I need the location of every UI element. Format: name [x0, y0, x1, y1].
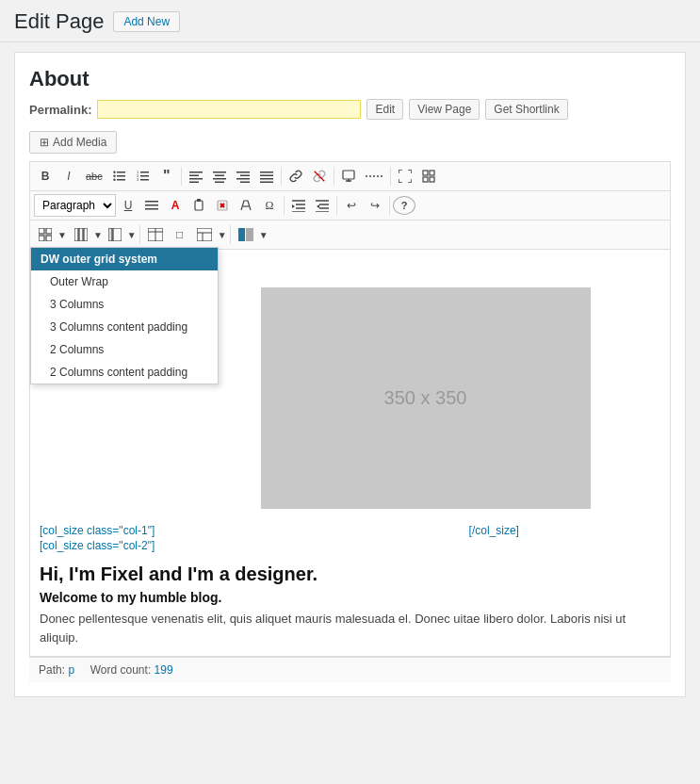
- text-color-button[interactable]: A: [164, 194, 187, 217]
- bold-button[interactable]: B: [34, 165, 57, 188]
- svg-rect-17: [215, 175, 224, 177]
- permalink-edit-button[interactable]: Edit: [366, 99, 403, 120]
- svg-rect-16: [213, 172, 226, 173]
- charmap-button[interactable]: Ω: [258, 194, 281, 217]
- fullscreen-button[interactable]: [394, 165, 416, 188]
- redo-button[interactable]: ↪: [364, 194, 386, 217]
- svg-rect-55: [46, 228, 52, 234]
- align-justify-button[interactable]: [255, 165, 278, 188]
- permalink-label: Permalink:: [29, 103, 91, 117]
- insert-button[interactable]: [337, 165, 360, 188]
- svg-rect-69: [238, 228, 245, 241]
- add-media-button[interactable]: ⊞ Add Media: [29, 131, 117, 154]
- permalink-url[interactable]: [97, 100, 361, 119]
- col-size-tag-1: [col_size class="col-1"] [/col_size]: [40, 524, 660, 537]
- svg-rect-70: [246, 228, 253, 241]
- color-table-button[interactable]: [234, 223, 258, 246]
- blockquote-button[interactable]: ": [155, 165, 178, 188]
- editor-body-text: Donec pellentesque venenatis elit, quis …: [40, 610, 660, 646]
- separator-8: [139, 225, 140, 244]
- color-table-arrow: ▼: [259, 230, 269, 240]
- svg-rect-61: [108, 228, 112, 241]
- paste-plain-button[interactable]: [235, 194, 257, 217]
- indent-button[interactable]: [287, 194, 310, 217]
- path-value[interactable]: p: [68, 663, 74, 677]
- align-left-button[interactable]: [185, 165, 207, 188]
- outdent-button[interactable]: [311, 194, 334, 217]
- add-new-button[interactable]: Add New: [113, 11, 180, 32]
- permalink-view-button[interactable]: View Page: [409, 99, 480, 120]
- format-select[interactable]: Paragraph Heading 1 Heading 2 Heading 3: [34, 194, 116, 217]
- dropdown-item-2col-padding[interactable]: 2 Columns content padding: [31, 361, 218, 384]
- svg-point-5: [113, 179, 115, 181]
- separator-6: [336, 196, 337, 215]
- dropdown-item-outer-wrap[interactable]: Outer Wrap: [31, 270, 218, 293]
- col-arrow: ▼: [93, 230, 103, 240]
- justify-button[interactable]: [140, 194, 163, 217]
- undo-button[interactable]: ↩: [340, 194, 363, 217]
- toolbar-row-3: ▼ DW outer grid system Outer Wrap 3 Colu…: [30, 220, 670, 249]
- showhide-button[interactable]: [417, 165, 440, 188]
- word-count-label: Word count:: [90, 663, 151, 677]
- strikethrough-button[interactable]: abc: [81, 165, 107, 188]
- more-tag-button[interactable]: [361, 165, 387, 188]
- separator-9: [230, 225, 231, 244]
- svg-rect-21: [240, 175, 250, 177]
- unordered-list-button[interactable]: [108, 165, 131, 188]
- more-col-button[interactable]: [104, 223, 126, 246]
- italic-button[interactable]: I: [57, 165, 80, 188]
- remove-format-button[interactable]: [211, 194, 234, 217]
- svg-rect-27: [260, 182, 273, 184]
- dropdown-item-2col[interactable]: 2 Columns: [31, 338, 218, 361]
- unlink-button[interactable]: [308, 165, 331, 188]
- table-options-button[interactable]: □: [169, 223, 191, 246]
- dropdown-header: DW outer grid system: [31, 248, 218, 270]
- svg-rect-25: [260, 175, 273, 177]
- table-arrow: ▼: [218, 230, 227, 240]
- svg-rect-58: [74, 228, 78, 241]
- svg-rect-13: [189, 175, 199, 177]
- svg-rect-14: [189, 178, 203, 180]
- svg-rect-62: [113, 228, 122, 241]
- toolbar-row-1: B I abc 123 ": [30, 162, 670, 191]
- svg-rect-33: [423, 171, 428, 175]
- dropdown-item-3col-padding[interactable]: 3 Columns content padding: [31, 316, 218, 338]
- separator-3: [334, 167, 334, 186]
- separator-7: [389, 196, 390, 215]
- svg-text:3: 3: [137, 177, 139, 182]
- svg-rect-60: [84, 228, 88, 241]
- col-button[interactable]: [70, 223, 92, 246]
- help-button[interactable]: ?: [393, 196, 415, 215]
- svg-rect-56: [39, 236, 44, 241]
- svg-rect-40: [195, 201, 203, 210]
- table-button[interactable]: [143, 223, 168, 246]
- ordered-list-button[interactable]: 123: [132, 165, 155, 188]
- svg-rect-8: [140, 179, 149, 181]
- table-layout-button[interactable]: [192, 223, 217, 246]
- editor-wrap: About Permalink: Edit View Page Get Shor…: [14, 52, 686, 697]
- svg-rect-20: [236, 172, 250, 173]
- dropdown-item-3col[interactable]: 3 Columns: [31, 293, 218, 316]
- svg-point-3: [113, 172, 115, 173]
- separator-5: [284, 196, 285, 215]
- svg-rect-0: [117, 172, 125, 173]
- align-right-button[interactable]: [232, 165, 254, 188]
- separator-4: [390, 167, 391, 186]
- path-label: Path:: [39, 663, 65, 677]
- permalink-shortlink-button[interactable]: Get Shortlink: [485, 99, 567, 120]
- svg-rect-6: [140, 172, 149, 173]
- separator-1: [181, 167, 182, 186]
- word-count-value: 199: [155, 663, 173, 677]
- align-center-button[interactable]: [208, 165, 231, 188]
- grid-button[interactable]: [34, 223, 57, 246]
- svg-rect-54: [39, 228, 44, 234]
- svg-rect-1: [117, 175, 125, 177]
- svg-rect-34: [430, 171, 434, 175]
- paste-as-text-button[interactable]: [187, 194, 210, 217]
- grid-dropdown: DW outer grid system Outer Wrap 3 Column…: [30, 247, 219, 384]
- page-header: Edit Page Add New: [0, 0, 700, 42]
- svg-rect-15: [189, 182, 199, 184]
- permalink-row: Permalink: Edit View Page Get Shortlink: [29, 99, 671, 120]
- underline-button[interactable]: U: [117, 194, 139, 217]
- link-button[interactable]: [285, 165, 307, 188]
